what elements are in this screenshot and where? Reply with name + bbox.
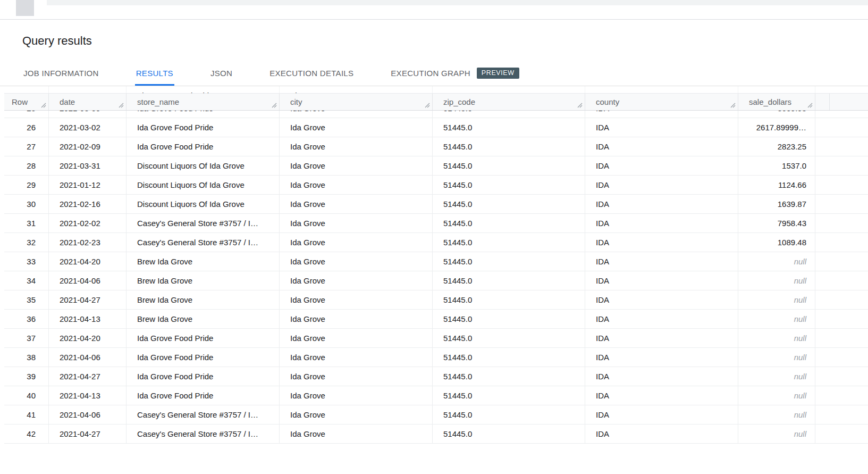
- cell-date: 2021-04-13: [49, 386, 127, 405]
- column-resize-handle[interactable]: [424, 102, 430, 108]
- cell-sale-dollars: null: [738, 310, 815, 328]
- cell-city: Ida Grove: [280, 290, 433, 309]
- cell-county: IDA: [585, 329, 738, 347]
- cell-store-name: Brew Ida Grove: [127, 290, 280, 309]
- horizontal-scrollbar-track: [47, 0, 868, 5]
- column-resize-handle[interactable]: [807, 102, 813, 108]
- table-row: 362021-04-13Brew Ida GroveIda Grove51445…: [4, 310, 868, 329]
- tab-execution-details[interactable]: EXECUTION DETAILS: [268, 62, 355, 86]
- results-table: 25 2021-03-09 Ida Grove Food Pride Ida G…: [4, 86, 868, 444]
- cell-county: IDA: [585, 405, 738, 424]
- cell-date: 2021-04-06: [49, 271, 127, 290]
- cell-row: 37: [4, 329, 49, 347]
- cell-zip-code: 51445.0: [433, 367, 585, 386]
- column-resize-handle[interactable]: [40, 102, 46, 108]
- cell-county: IDA: [585, 290, 738, 309]
- cell-county: IDA: [585, 348, 738, 367]
- cell-city: Ida Grove: [280, 137, 433, 156]
- cell-sale-dollars: 1124.66: [738, 176, 815, 194]
- column-header-city: city: [280, 94, 433, 110]
- cell-county: IDA: [585, 252, 738, 271]
- header-spacer: [815, 94, 830, 110]
- cell-zip-code: 51445.0: [433, 111, 585, 118]
- query-results-panel: Query results JOB INFORMATION RESULTS JS…: [0, 0, 868, 474]
- cell-row: 25: [4, 86, 49, 93]
- cell-date: 2021-04-27: [49, 290, 127, 309]
- cell-row: 26: [4, 118, 49, 137]
- cell-zip-code: 51445.0: [433, 310, 585, 328]
- column-header-sale-dollars: sale_dollars: [738, 94, 815, 110]
- table-row: 312021-02-02Casey's General Store #3757 …: [4, 214, 868, 233]
- cell-zip-code: 51445.0: [433, 214, 585, 232]
- top-strip: [0, 0, 868, 20]
- column-resize-handle[interactable]: [118, 102, 124, 108]
- cell-zip-code: 51445.0: [433, 195, 585, 213]
- cell-sale-dollars: null: [738, 290, 815, 309]
- cell-date: 2021-04-20: [49, 252, 127, 271]
- cell-zip-code: 51445.0: [433, 405, 585, 424]
- cell-sale-dollars: 2617.89999…: [738, 118, 815, 137]
- cell-sale-dollars: 7958.43: [738, 214, 815, 232]
- cell-date: 2021-02-16: [49, 195, 127, 213]
- cell-row: 27: [4, 137, 49, 156]
- cell-date: 2021-02-09: [49, 137, 127, 156]
- cell-store-name: Ida Grove Food Pride: [127, 367, 280, 386]
- cell-sale-dollars: 2823.25: [738, 137, 815, 156]
- cell-city: Ida Grove: [280, 348, 433, 367]
- cell-city: Ida Grove: [280, 405, 433, 424]
- cell-row: 34: [4, 271, 49, 290]
- cell-city: Ida Grove: [280, 156, 433, 175]
- cell-row: 42: [4, 425, 49, 443]
- cell-row: 41: [4, 405, 49, 424]
- table-row: 302021-02-16Discount Liquors Of Ida Grov…: [4, 195, 868, 214]
- cell-date: 2021-04-27: [49, 425, 127, 443]
- cell-zip-code: 51445.0: [433, 252, 585, 271]
- table-row: 412021-04-06Casey's General Store #3757 …: [4, 405, 868, 425]
- cell-city: Ida Grove: [280, 271, 433, 290]
- cell-sale-dollars: 1537.0: [738, 156, 815, 175]
- cell-city: Ida Grove: [280, 310, 433, 328]
- tab-job-information[interactable]: JOB INFORMATION: [22, 62, 100, 86]
- cell-county: IDA: [585, 233, 738, 252]
- tab-json[interactable]: JSON: [209, 62, 233, 86]
- cell-date: 2021-03-02: [49, 118, 127, 137]
- cell-county: IDA: [585, 214, 738, 232]
- cell-zip-code: 51445.0: [433, 425, 585, 443]
- cell-store-name: Discount Liquors Of Ida Grove: [127, 176, 280, 194]
- cell-city: Ida Grove: [280, 111, 433, 118]
- cell-county: IDA: [585, 176, 738, 194]
- partial-row-top: 25 2021-03-09 Ida Grove Food Pride Ida G…: [4, 86, 868, 93]
- cell-city: Ida Grove: [280, 233, 433, 252]
- cell-date: 2021-04-13: [49, 310, 127, 328]
- cell-zip-code: 51445.0: [433, 176, 585, 194]
- cell-zip-code: 51445.0: [433, 290, 585, 309]
- cell-city: Ida Grove: [280, 86, 433, 93]
- column-resize-handle[interactable]: [271, 102, 277, 108]
- tab-results[interactable]: RESULTS: [135, 62, 174, 86]
- cell-date: 2021-02-23: [49, 233, 127, 252]
- cell-zip-code: 51445.0: [433, 348, 585, 367]
- cell-city: Ida Grove: [280, 329, 433, 347]
- table-row: 282021-03-31Discount Liquors Of Ida Grov…: [4, 156, 868, 176]
- cell-date: 2021-03-09: [49, 86, 127, 93]
- cell-city: Ida Grove: [280, 118, 433, 137]
- column-resize-handle[interactable]: [730, 102, 736, 108]
- cell-zip-code: 51445.0: [433, 156, 585, 175]
- column-resize-handle[interactable]: [577, 102, 583, 108]
- table-row: 422021-04-27Casey's General Store #3757 …: [4, 425, 868, 444]
- column-header-row: Row: [4, 94, 49, 110]
- cell-date: 2021-04-06: [49, 405, 127, 424]
- cell-store-name: Discount Liquors Of Ida Grove: [127, 156, 280, 175]
- column-header-zip-code: zip_code: [433, 94, 585, 110]
- horizontal-scrollbar-thumb[interactable]: [16, 0, 34, 16]
- table-row: 352021-04-27Brew Ida GroveIda Grove51445…: [4, 290, 868, 310]
- cell-store-name: Ida Grove Food Pride: [127, 118, 280, 137]
- cell-sale-dollars: null: [738, 252, 815, 271]
- column-header-store-name: store_name: [127, 94, 280, 110]
- cell-row: 40: [4, 386, 49, 405]
- column-header-date: date: [49, 94, 127, 110]
- cell-county: IDA: [585, 367, 738, 386]
- tab-execution-graph[interactable]: EXECUTION GRAPH PREVIEW: [390, 62, 520, 86]
- cell-row: 25: [4, 111, 49, 118]
- table-row: 262021-03-02Ida Grove Food PrideIda Grov…: [4, 118, 868, 137]
